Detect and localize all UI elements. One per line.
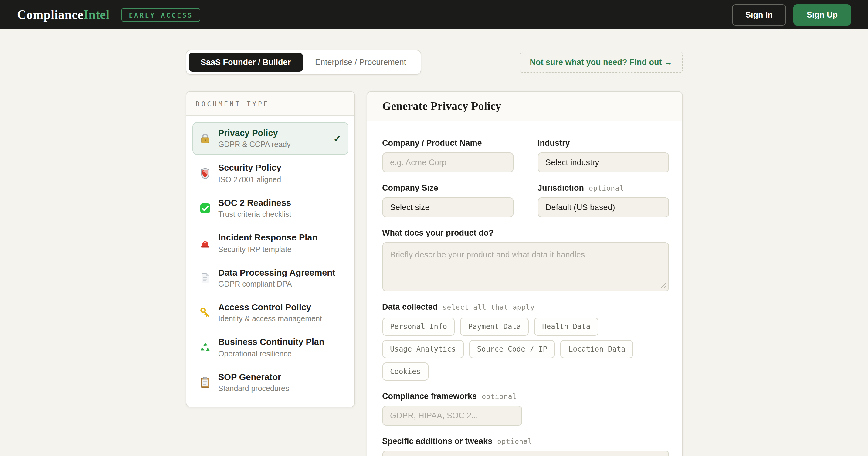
sign-up-button[interactable]: Sign Up <box>793 4 851 25</box>
recycle-icon <box>199 341 211 354</box>
audience-row: SaaS Founder / Builder Enterprise / Proc… <box>185 50 683 75</box>
document-type-list: Privacy Policy GDPR & CCPA ready ✓ Secur… <box>186 116 354 407</box>
doc-item-access-control-policy[interactable]: Access Control Policy Identity & access … <box>192 296 348 329</box>
product-description-label: What does your product do? <box>382 228 669 237</box>
doc-item-subtitle: Security IRP template <box>218 245 317 253</box>
optional-hint: optional <box>589 184 624 192</box>
doc-item-data-processing-agreement[interactable]: Data Processing Agreement GDPR compliant… <box>192 262 348 295</box>
industry-select[interactable]: Select industry <box>537 152 669 173</box>
doc-item-title: SOP Generator <box>218 372 289 383</box>
additions-label: Specific additions or tweaksoptional <box>382 436 669 446</box>
shield-icon <box>199 167 211 179</box>
chip-usage-analytics[interactable]: Usage Analytics <box>382 340 464 358</box>
doc-item-soc2-readiness[interactable]: SOC 2 Readiness Trust criteria checklist <box>192 192 348 225</box>
doc-item-sop-generator[interactable]: SOP Generator Standard procedures <box>192 366 348 399</box>
doc-item-title: Business Continuity Plan <box>218 337 324 348</box>
doc-item-title: Security Policy <box>218 163 281 174</box>
doc-item-text: Data Processing Agreement GDPR compliant… <box>218 268 335 288</box>
field-jurisdiction: Jurisdictionoptional Default (US based) <box>537 183 669 217</box>
form-grid-top: Company / Product Name Industry Select i… <box>382 139 669 217</box>
key-icon <box>199 307 211 319</box>
app-viewport: ComplianceIntel EARLY ACCESS Sign In Sig… <box>0 0 868 456</box>
doc-item-text: Access Control Policy Identity & access … <box>218 302 322 323</box>
top-navigation-bar: ComplianceIntel EARLY ACCESS Sign In Sig… <box>0 0 868 29</box>
doc-item-incident-response-plan[interactable]: Incident Response Plan Security IRP temp… <box>192 226 348 260</box>
product-description-textarea[interactable] <box>382 242 669 292</box>
generator-form: Company / Product Name Industry Select i… <box>367 121 682 456</box>
frameworks-label: Compliance frameworksoptional <box>382 392 669 401</box>
generator-panel: Generate Privacy Policy Company / Produc… <box>366 91 683 456</box>
doc-item-security-policy[interactable]: Security Policy ISO 27001 aligned <box>192 157 348 190</box>
doc-item-text: Security Policy ISO 27001 aligned <box>218 163 281 184</box>
doc-item-subtitle: Standard procedures <box>218 384 289 393</box>
company-name-input[interactable] <box>382 152 513 173</box>
additions-wrap <box>382 451 669 456</box>
field-industry: Industry Select industry <box>537 139 669 173</box>
industry-label: Industry <box>537 139 669 148</box>
data-collected-label: Data collectedselect all that apply <box>382 302 669 311</box>
selected-check-icon: ✓ <box>333 133 341 144</box>
frameworks-input[interactable] <box>382 405 522 426</box>
brand-accent: Intel <box>84 7 110 22</box>
data-collected-chips: Personal Info Payment Data Health Data U… <box>382 317 669 381</box>
jurisdiction-select[interactable]: Default (US based) <box>537 197 669 217</box>
chip-cookies[interactable]: Cookies <box>382 363 429 381</box>
field-data-collected: Data collectedselect all that apply Pers… <box>382 302 669 381</box>
generator-header: Generate Privacy Policy <box>367 92 682 121</box>
check-box-icon <box>199 202 211 214</box>
page-content: SaaS Founder / Builder Enterprise / Proc… <box>185 29 683 456</box>
doc-item-subtitle: ISO 27001 aligned <box>218 176 281 184</box>
early-access-badge: EARLY ACCESS <box>122 8 200 22</box>
doc-item-privacy-policy[interactable]: Privacy Policy GDPR & CCPA ready ✓ <box>192 122 348 155</box>
help-finder-link[interactable]: Not sure what you need? Find out → <box>520 52 683 73</box>
doc-item-title: Access Control Policy <box>218 302 322 313</box>
chip-source-code-ip[interactable]: Source Code / IP <box>469 340 555 358</box>
company-size-label: Company Size <box>382 183 513 192</box>
company-name-label: Company / Product Name <box>382 139 513 148</box>
tab-saas-founder[interactable]: SaaS Founder / Builder <box>188 53 303 72</box>
field-company-name: Company / Product Name <box>382 139 513 173</box>
chip-health-data[interactable]: Health Data <box>534 317 598 336</box>
document-type-panel: DOCUMENT TYPE Privacy Policy GDPR & CCPA… <box>185 91 355 407</box>
doc-item-title: Data Processing Agreement <box>218 268 335 278</box>
chip-payment-data[interactable]: Payment Data <box>460 317 529 336</box>
jurisdiction-label: Jurisdictionoptional <box>537 183 669 192</box>
company-size-select[interactable]: Select size <box>382 197 513 217</box>
brand-primary: Compliance <box>17 7 84 22</box>
siren-icon <box>199 237 211 249</box>
doc-item-text: Business Continuity Plan Operational res… <box>218 337 324 358</box>
main-row: DOCUMENT TYPE Privacy Policy GDPR & CCPA… <box>185 91 683 456</box>
field-product-description: What does your product do? <box>382 228 669 292</box>
doc-item-text: SOP Generator Standard procedures <box>218 372 289 393</box>
doc-item-subtitle: Identity & access management <box>218 315 322 323</box>
doc-item-text: Privacy Policy GDPR & CCPA ready <box>218 128 291 149</box>
additions-textarea[interactable] <box>382 451 669 456</box>
field-company-size: Company Size Select size <box>382 183 513 217</box>
doc-item-title: Privacy Policy <box>218 128 291 139</box>
document-icon <box>199 272 211 284</box>
doc-item-text: SOC 2 Readiness Trust criteria checklist <box>218 198 291 219</box>
optional-hint: optional <box>497 437 532 446</box>
field-additions: Specific additions or tweaksoptional <box>382 436 669 456</box>
sign-in-button[interactable]: Sign In <box>732 4 786 25</box>
doc-item-subtitle: Operational resilience <box>218 349 324 358</box>
brand-logo: ComplianceIntel <box>17 7 110 22</box>
lock-icon <box>199 132 211 145</box>
doc-item-subtitle: GDPR compliant DPA <box>218 280 335 288</box>
generator-title: Generate Privacy Policy <box>382 99 667 114</box>
select-all-hint: select all that apply <box>442 303 534 311</box>
audience-tabs: SaaS Founder / Builder Enterprise / Proc… <box>185 50 421 75</box>
product-description-wrap <box>382 242 669 292</box>
chip-location-data[interactable]: Location Data <box>561 340 633 358</box>
doc-item-subtitle: Trust criteria checklist <box>218 210 291 219</box>
doc-item-text: Incident Response Plan Security IRP temp… <box>218 233 317 253</box>
chip-personal-info[interactable]: Personal Info <box>382 317 455 336</box>
doc-item-title: SOC 2 Readiness <box>218 198 291 209</box>
doc-item-business-continuity-plan[interactable]: Business Continuity Plan Operational res… <box>192 331 348 364</box>
clipboard-icon <box>199 376 211 389</box>
doc-item-subtitle: GDPR & CCPA ready <box>218 141 291 149</box>
document-type-heading: DOCUMENT TYPE <box>186 92 354 116</box>
optional-hint: optional <box>482 392 517 401</box>
doc-item-title: Incident Response Plan <box>218 233 317 243</box>
tab-enterprise-procurement[interactable]: Enterprise / Procurement <box>303 53 418 72</box>
